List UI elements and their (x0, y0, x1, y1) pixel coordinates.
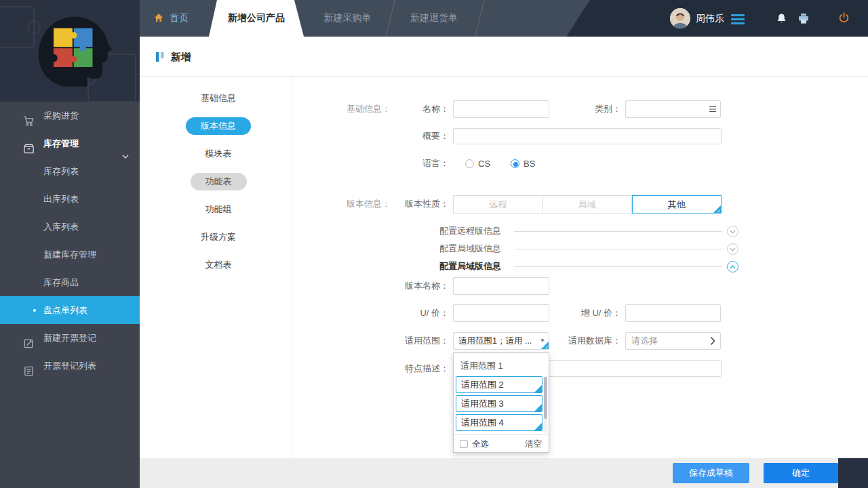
radio-label: BS (524, 159, 535, 169)
printer-icon[interactable] (797, 13, 810, 27)
category-input[interactable] (625, 100, 721, 118)
menu-icon[interactable] (731, 14, 745, 26)
radio-circle-icon (511, 159, 519, 168)
radio-label: CS (478, 159, 490, 169)
add-u-price-input[interactable] (625, 304, 721, 322)
segment-other[interactable]: 其他 ✓ (632, 195, 722, 214)
version-name-label: 版本名称： (368, 277, 449, 295)
collapse-remote-label: 配置远程版信息 (439, 222, 501, 240)
sidebar-item-invoice-list[interactable]: 开票登记列表 (0, 352, 140, 380)
select-all-label[interactable]: 全选 (472, 435, 489, 453)
vertical-divider (292, 77, 292, 458)
step-label: 模块表 (191, 145, 247, 163)
confirm-button[interactable]: 确定 (764, 463, 838, 483)
collapse-up-icon[interactable] (727, 261, 738, 272)
option-label: 适用范围 3 (461, 399, 504, 409)
page-head: 新增 (140, 37, 868, 77)
version-name-input[interactable] (453, 277, 549, 295)
dropdown-option-selected[interactable]: 适用范围 4 ✓ (456, 414, 542, 431)
title-bars-icon (156, 52, 165, 64)
sidebar-item-new-inventory[interactable]: 新建库存管理 (0, 241, 140, 268)
inventory-icon (23, 138, 35, 149)
selected-corner-icon: ✓ (534, 404, 542, 411)
database-label: 适用数据库： (540, 332, 621, 350)
sidebar-item-inventory-goods[interactable]: 库存商品 (0, 268, 140, 296)
database-picker[interactable]: 请选择 (625, 332, 721, 350)
footer-bar: 保存成草稿 确定 (140, 458, 868, 488)
tab-label: 新建采购单 (324, 12, 372, 24)
option-label: 适用范围 1 (460, 361, 503, 371)
form-steps: 基础信息 版本信息 模块表 功能表 功能组 升级方案 文档表 (151, 84, 286, 279)
radio-cs[interactable]: CS (465, 159, 490, 169)
step-module-table[interactable]: 模块表 (151, 140, 286, 167)
sidebar: 采购进货 库存管理 库存列表 出库列表 入库列表 新建库存管理 (0, 0, 140, 488)
sidebar-item-label: 库存管理 (43, 138, 79, 148)
divider-line (514, 266, 722, 267)
corner-block (838, 458, 868, 488)
sidebar-item-new-invoice[interactable]: 新建开票登记 (0, 324, 140, 352)
sidebar-item-stocktake-list[interactable]: 盘点单列表 (0, 296, 140, 324)
sidebar-item-inventory-list[interactable]: 库存列表 (0, 157, 140, 185)
scope-select[interactable]: 适用范围1；适用 ... ▼ ✓ (453, 332, 549, 350)
step-upgrade-plan[interactable]: 升级方案 (151, 223, 286, 251)
scope-dropdown-panel: 适用范围 1 适用范围 2 ✓ 适用范围 3 ✓ 适用范围 4 ✓ 全选 清空 (453, 352, 549, 453)
sidebar-item-outbound-list[interactable]: 出库列表 (0, 185, 140, 213)
step-label: 功能表 (191, 173, 247, 190)
sidebar-item-inventory-management[interactable]: 库存管理 (0, 129, 140, 157)
step-document-table[interactable]: 文档表 (151, 251, 286, 279)
segment-lan[interactable]: 局域 (542, 195, 631, 214)
scrollbar-thumb[interactable] (544, 377, 547, 419)
dropdown-option-selected[interactable]: 适用范围 3 ✓ (456, 395, 542, 412)
collapse-down-icon[interactable] (727, 226, 738, 237)
selected-corner-icon: ✓ (534, 385, 542, 392)
sidebar-item-label: 盘点单列表 (43, 305, 87, 315)
divider-line (514, 231, 722, 232)
scope-label: 适用范围： (368, 332, 449, 350)
dropdown-option-selected[interactable]: 适用范围 2 ✓ (456, 376, 542, 393)
home-icon (153, 12, 164, 25)
name-input[interactable] (453, 100, 549, 118)
tab-new-return-order[interactable]: 新建退货单 (390, 0, 478, 37)
step-version-info[interactable]: 版本信息 (151, 112, 286, 140)
tab-home[interactable]: 首页 (153, 0, 189, 37)
segment-label: 其他 (668, 199, 686, 211)
user-name[interactable]: 周伟乐 (696, 0, 724, 37)
power-icon[interactable] (837, 12, 850, 27)
segment-remote[interactable]: 远程 (453, 195, 542, 214)
bell-icon[interactable] (776, 12, 787, 27)
cart-icon (23, 110, 35, 121)
language-label: 语言： (368, 155, 449, 172)
radio-circle-icon (465, 159, 474, 168)
logo-block (0, 0, 140, 102)
active-bullet-icon (33, 309, 36, 312)
step-function-table[interactable]: 功能表 (151, 167, 286, 195)
u-price-input[interactable] (453, 304, 549, 322)
sidebar-item-label: 新建库存管理 (43, 249, 96, 260)
sidebar-item-label: 新建开票登记 (43, 333, 96, 343)
collapse-lan-expanded-label: 配置局域版信息 (439, 258, 501, 275)
dropdown-footer: 全选 清空 (454, 434, 549, 453)
clear-link[interactable]: 清空 (525, 435, 542, 453)
select-all-checkbox[interactable] (460, 440, 468, 448)
dropdown-option[interactable]: 适用范围 1 (454, 357, 549, 375)
summary-input[interactable] (453, 128, 722, 144)
sidebar-item-purchase-inbound[interactable]: 采购进货 (0, 102, 140, 129)
scope-select-value: 适用范围1；适用 ... (458, 333, 532, 349)
collapse-down-icon[interactable] (727, 243, 738, 255)
database-picker-value: 请选择 (631, 333, 658, 349)
avatar[interactable] (670, 8, 690, 28)
main-content: 新增 基础信息 版本信息 模块表 功能表 功能组 升级方案 文档表 基础信息： … (140, 37, 868, 458)
category-lookup-icon[interactable] (708, 104, 717, 114)
tab-new-purchase-order[interactable]: 新建采购单 (305, 0, 390, 37)
u-price-label: U/ 价： (368, 304, 449, 322)
tab-new-company-product[interactable]: 新增公司产品 (209, 0, 304, 37)
step-function-group[interactable]: 功能组 (151, 195, 286, 223)
version-type-segmented: 远程 局域 其他 ✓ (453, 195, 722, 214)
sidebar-item-inbound-list[interactable]: 入库列表 (0, 213, 140, 241)
sidebar-item-label: 库存列表 (43, 166, 79, 176)
app-window: 采购进货 库存管理 库存列表 出库列表 入库列表 新建库存管理 (0, 0, 868, 488)
step-basic-info[interactable]: 基础信息 (151, 84, 286, 112)
save-draft-button[interactable]: 保存成草稿 (673, 463, 749, 483)
radio-bs[interactable]: BS (511, 159, 535, 169)
dropdown-scrollbar[interactable] (544, 375, 547, 433)
